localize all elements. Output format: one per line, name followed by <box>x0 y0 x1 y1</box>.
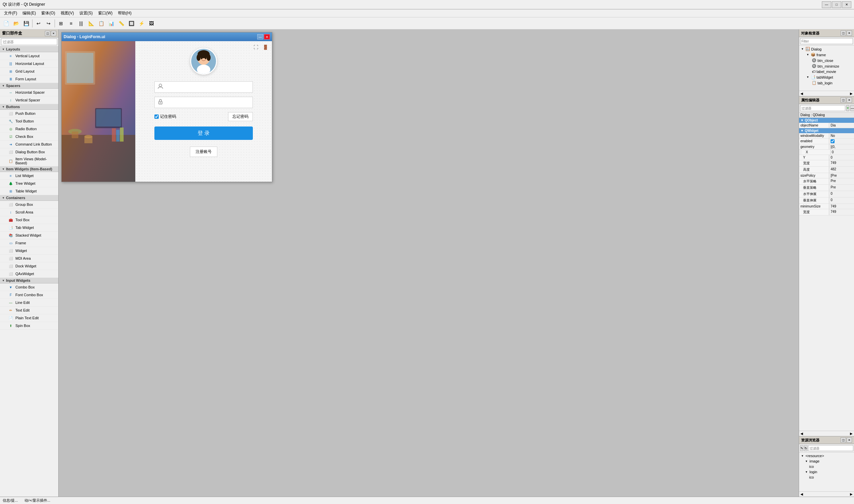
widget-scroll-area[interactable]: ↕ Scroll Area <box>0 209 58 216</box>
widget-table-widget[interactable]: ⊞ Table Widget <box>0 187 58 195</box>
widget-horizontal-spacer[interactable]: ↔ Horizontal Spacer <box>0 89 58 96</box>
widget-form-layout[interactable]: ≣ Form Layout <box>0 75 58 83</box>
tree-item-btn-minimize[interactable]: 🔘 btn_minimize <box>800 63 853 69</box>
widget-tool-button[interactable]: 🔧 Tool Button <box>0 118 58 125</box>
widget-line-edit[interactable]: — Line Edit <box>0 299 58 307</box>
close-button[interactable]: ✕ <box>842 1 851 8</box>
tb-open[interactable]: 📂 <box>12 19 21 28</box>
tb-layout4[interactable]: 📐 <box>86 19 96 28</box>
widget-radio-button[interactable]: ◎ Radio Button <box>0 125 58 133</box>
prop-value-vpolicy[interactable]: Pre <box>829 185 854 191</box>
widget-box-close[interactable]: ✕ <box>51 31 56 36</box>
menu-settings[interactable]: 设置(S) <box>77 10 95 17</box>
prop-del-button[interactable]: — <box>850 105 854 111</box>
door-icon[interactable]: 🚪 <box>261 43 269 51</box>
category-containers[interactable]: ▼ Containers <box>0 195 58 201</box>
tb-layout5[interactable]: 📋 <box>97 19 106 28</box>
login-button[interactable]: 登 录 <box>154 126 253 140</box>
resource-pencil-btn[interactable]: ✎ <box>800 445 803 451</box>
prop-value-y[interactable]: 0 <box>829 155 854 160</box>
widget-item-views[interactable]: 📋 Item Views (Model-Based) <box>0 156 58 166</box>
tree-scroll-right[interactable]: ▶ <box>850 92 853 95</box>
object-inspector-float[interactable]: ◫ <box>841 31 846 36</box>
tb-layout2[interactable]: ≡ <box>66 19 76 28</box>
resource-scroll-left[interactable]: ◀ <box>800 492 803 496</box>
category-spacers[interactable]: ▼ Spacers <box>0 83 58 89</box>
prop-scroll-right[interactable]: ▶ <box>850 432 853 435</box>
tb-layout3[interactable]: ||| <box>76 19 86 28</box>
prop-value-hpolicy[interactable]: Pre <box>829 178 854 184</box>
prop-group-qwidget[interactable]: ▼ QWidget <box>799 128 854 133</box>
menu-window[interactable]: 窗口(W) <box>95 10 115 17</box>
dialog-close-btn[interactable]: ✕ <box>264 34 270 39</box>
menu-view[interactable]: 视图(V) <box>58 10 77 17</box>
widget-mdi-area[interactable]: ⬜ MDI Area <box>0 255 58 263</box>
tree-item-login[interactable]: ▼ login <box>800 469 853 474</box>
tb-save[interactable]: 💾 <box>21 19 31 28</box>
widget-vertical-spacer[interactable]: ↕ Vertical Spacer <box>0 96 58 104</box>
enabled-checkbox[interactable] <box>831 139 835 143</box>
resource-browser-close[interactable]: ✕ <box>847 437 852 443</box>
prop-filter-input[interactable] <box>800 105 845 111</box>
prop-value-geometry[interactable]: [(0, <box>829 144 854 149</box>
menu-help[interactable]: 帮助(H) <box>115 10 134 17</box>
widget-tab-widget[interactable]: 📑 Tab Widget <box>0 224 58 232</box>
register-button[interactable]: 注册账号 <box>190 147 217 157</box>
password-input[interactable] <box>166 98 250 106</box>
property-editor-float[interactable]: ◫ <box>841 97 846 103</box>
widget-vertical-layout[interactable]: ≡ Vertical Layout <box>0 52 58 60</box>
prop-value-sizepolicy[interactable]: [Pre <box>829 173 854 178</box>
prop-value-windowmodality[interactable]: No <box>829 133 854 138</box>
tree-item-image[interactable]: ▼ image <box>800 458 853 464</box>
prop-value-height[interactable]: 482 <box>829 167 854 173</box>
tree-item-label-movie[interactable]: 🏷 label_movie <box>800 69 853 74</box>
menu-form[interactable]: 窗体(O) <box>38 10 58 17</box>
menu-file[interactable]: 文件(F) <box>1 10 20 17</box>
property-editor-close[interactable]: ✕ <box>847 97 852 103</box>
tree-item-tab-login[interactable]: 📋 tab_login <box>800 80 853 86</box>
tb-preview[interactable]: 🖼 <box>147 19 156 28</box>
category-item-widgets[interactable]: ▼ Item Widgets (Item-Based) <box>0 166 58 172</box>
tree-item-btn-close[interactable]: 🔘 btn_close <box>800 57 853 63</box>
widget-widget[interactable]: ⬜ Widget <box>0 247 58 255</box>
tb-layout9[interactable]: ⚡ <box>137 19 146 28</box>
prop-value-enabled[interactable] <box>829 139 854 144</box>
widget-horizontal-layout[interactable]: ||| Horizontal Layout <box>0 60 58 68</box>
prop-value-minwidth[interactable]: 749 <box>829 209 854 215</box>
tree-item-frame[interactable]: ▼ 📦 frame <box>800 52 853 57</box>
prop-value-hstretch[interactable]: 0 <box>829 191 854 197</box>
widget-filter-input[interactable] <box>1 38 57 45</box>
widget-spin-box[interactable]: ⬆ Spin Box <box>0 322 58 330</box>
prop-value-minsize[interactable]: 749 <box>829 204 854 209</box>
menu-edit[interactable]: 编辑(E) <box>20 10 38 17</box>
tb-layout1[interactable]: ⊞ <box>56 19 66 28</box>
resource-refresh-btn[interactable]: ↻ <box>804 445 807 451</box>
tree-item-login-ico[interactable]: ico <box>800 474 853 480</box>
widget-combo-box[interactable]: ▼ Combo Box <box>0 284 58 291</box>
resource-filter-input[interactable] <box>808 445 853 451</box>
tree-scroll-left[interactable]: ◀ <box>800 92 803 95</box>
tree-item-image-ico[interactable]: ico <box>800 464 853 469</box>
widget-dock-widget[interactable]: ⬜ Dock Widget <box>0 263 58 270</box>
maximize-button[interactable]: □ <box>832 1 841 8</box>
widget-text-edit[interactable]: ✏ Text Edit <box>0 307 58 314</box>
minimize-button[interactable]: — <box>822 1 831 8</box>
tb-layout6[interactable]: 📊 <box>106 19 116 28</box>
category-buttons[interactable]: ▼ Buttons <box>0 104 58 110</box>
tb-redo[interactable]: ↪ <box>44 19 53 28</box>
prop-add-button[interactable]: + <box>846 105 849 111</box>
dialog-minimize-btn[interactable]: — <box>257 34 263 39</box>
forgot-password-button[interactable]: 忘记密码 <box>228 112 253 121</box>
widget-font-combo-box[interactable]: F Font Combo Box <box>0 291 58 299</box>
widget-push-button[interactable]: ⬜ Push Button <box>0 110 58 118</box>
widget-plain-text-edit[interactable]: 📄 Plain Text Edit <box>0 314 58 322</box>
widget-box-float[interactable]: ◫ <box>45 31 50 36</box>
widget-frame[interactable]: ▭ Frame <box>0 239 58 247</box>
prop-group-qobject[interactable]: ▼ QObject <box>799 118 854 123</box>
widget-check-box[interactable]: ☑ Check Box <box>0 133 58 141</box>
remember-checkbox[interactable] <box>154 114 159 119</box>
widget-group-box[interactable]: ⬜ Group Box <box>0 201 58 209</box>
username-input[interactable] <box>166 83 250 91</box>
tree-item-dialog[interactable]: ▼ 🪟 Dialog <box>800 46 853 52</box>
widget-list-widget[interactable]: ≡ List Widget <box>0 172 58 180</box>
